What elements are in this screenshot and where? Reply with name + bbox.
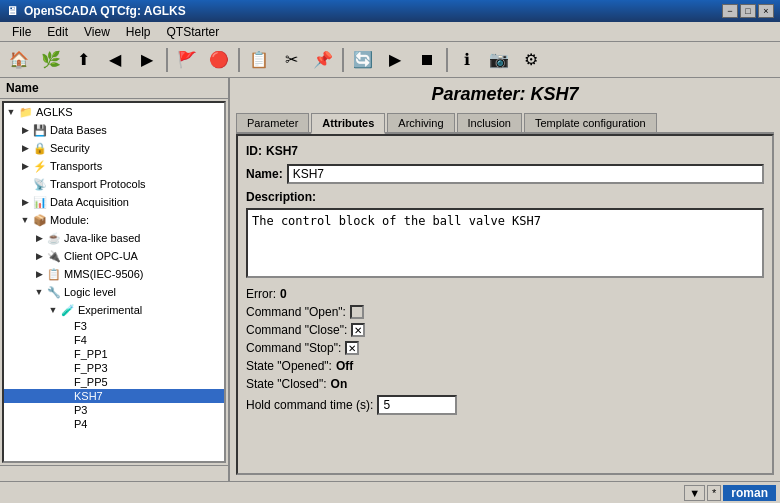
title-bar-controls: − □ × — [722, 4, 774, 18]
cmd-open-checkbox[interactable] — [350, 305, 364, 319]
menu-file[interactable]: File — [4, 23, 39, 41]
sep3 — [342, 48, 344, 72]
tree-item-security[interactable]: ▶🔒Security — [4, 139, 224, 157]
cmd-stop-row: Command "Stop": ✕ — [246, 341, 764, 355]
main-content: Name ▼📁AGLKS▶💾Data Bases▶🔒Security▶⚡Tran… — [0, 78, 780, 481]
error-row: Error: 0 — [246, 287, 764, 301]
tree-item-p3[interactable]: P3 — [4, 403, 224, 417]
cut-icon[interactable]: ✂ — [276, 46, 306, 74]
stop-icon[interactable]: ⏹ — [412, 46, 442, 74]
cmd-stop-checkbox[interactable]: ✕ — [345, 341, 359, 355]
state-opened-label: State "Opened": — [246, 359, 332, 373]
info-icon[interactable]: ℹ — [452, 46, 482, 74]
copy-icon[interactable]: 📋 — [244, 46, 274, 74]
error-value: 0 — [280, 287, 287, 301]
param-title: Parameter: KSH7 — [236, 84, 774, 105]
right-panel: Parameter: KSH7 Parameter Attributes Arc… — [230, 78, 780, 481]
cmd-close-checkbox[interactable]: ✕ — [351, 323, 365, 337]
up-icon[interactable]: ⬆ — [68, 46, 98, 74]
flag-ru-icon[interactable]: 🚩 — [172, 46, 202, 74]
name-label: Name: — [246, 167, 283, 181]
tree-item-transports[interactable]: ▶⚡Transports — [4, 157, 224, 175]
tree-item-logic-level[interactable]: ▼🔧Logic level — [4, 283, 224, 301]
tree-item-databases[interactable]: ▶💾Data Bases — [4, 121, 224, 139]
hold-input[interactable] — [377, 395, 457, 415]
refresh-icon[interactable]: 🔄 — [348, 46, 378, 74]
toolbar: 🏠 🌿 ⬆ ◀ ▶ 🚩 🔴 📋 ✂ 📌 🔄 ▶ ⏹ ℹ 📷 ⚙ — [0, 42, 780, 78]
maximize-button[interactable]: □ — [740, 4, 756, 18]
state-closed-row: State "Closed": On — [246, 377, 764, 391]
tree-item-aglks[interactable]: ▼📁AGLKS — [4, 103, 224, 121]
state-closed-value: On — [331, 377, 348, 391]
flag2-icon[interactable]: 🔴 — [204, 46, 234, 74]
tree-item-transport-protocols[interactable]: 📡Transport Protocols — [4, 175, 224, 193]
name-row: Name: — [246, 164, 764, 184]
play-icon[interactable]: ▶ — [380, 46, 410, 74]
status-bar: ▼ * roman — [0, 481, 780, 503]
star-btn[interactable]: * — [707, 485, 721, 501]
id-label: ID: — [246, 144, 262, 158]
hold-label: Hold command time (s): — [246, 398, 373, 412]
desc-textarea[interactable] — [246, 208, 764, 278]
tab-inclusion[interactable]: Inclusion — [457, 113, 522, 132]
tree-item-data-acquisition[interactable]: ▶📊Data Acquisition — [4, 193, 224, 211]
tree-icon[interactable]: 🌿 — [36, 46, 66, 74]
app-icon: 🖥 — [6, 4, 18, 18]
tab-archiving[interactable]: Archiving — [387, 113, 454, 132]
tree-item-p4[interactable]: P4 — [4, 417, 224, 431]
tab-parameter[interactable]: Parameter — [236, 113, 309, 132]
cmd-open-label: Command "Open": — [246, 305, 346, 319]
tree-item-client-opc[interactable]: ▶🔌Client OPC-UA — [4, 247, 224, 265]
tab-attributes[interactable]: Attributes — [311, 113, 385, 134]
tree-item-f-pp1[interactable]: F_PP1 — [4, 347, 224, 361]
state-opened-value: Off — [336, 359, 353, 373]
cmd-close-row: Command "Close": ✕ — [246, 323, 764, 337]
tab-template-config[interactable]: Template configuration — [524, 113, 657, 132]
tree-item-f-pp3[interactable]: F_PP3 — [4, 361, 224, 375]
menu-bar: File Edit View Help QTStarter — [0, 22, 780, 42]
tree-item-mms[interactable]: ▶📋MMS(IEC-9506) — [4, 265, 224, 283]
tree-item-java-like[interactable]: ▶☕Java-like based — [4, 229, 224, 247]
settings-icon[interactable]: ⚙ — [516, 46, 546, 74]
back-icon[interactable]: ◀ — [100, 46, 130, 74]
window-title: OpenSCADA QTCfg: AGLKS — [24, 4, 186, 18]
hold-row: Hold command time (s): — [246, 395, 764, 415]
user-label: roman — [723, 485, 776, 501]
sep4 — [446, 48, 448, 72]
id-value: KSH7 — [266, 144, 298, 158]
menu-view[interactable]: View — [76, 23, 118, 41]
error-label: Error: — [246, 287, 276, 301]
menu-edit[interactable]: Edit — [39, 23, 76, 41]
left-bottom-scroll — [0, 465, 228, 481]
desc-label: Description: — [246, 190, 764, 204]
cmd-open-row: Command "Open": — [246, 305, 764, 319]
tree-container[interactable]: ▼📁AGLKS▶💾Data Bases▶🔒Security▶⚡Transport… — [2, 101, 226, 463]
name-input[interactable] — [287, 164, 764, 184]
minimize-button[interactable]: − — [722, 4, 738, 18]
cam-icon[interactable]: 📷 — [484, 46, 514, 74]
scroll-down-btn[interactable]: ▼ — [684, 485, 705, 501]
tree-item-f3[interactable]: F3 — [4, 319, 224, 333]
close-button[interactable]: × — [758, 4, 774, 18]
cmd-close-label: Command "Close": — [246, 323, 347, 337]
sep1 — [166, 48, 168, 72]
menu-qtstarter[interactable]: QTStarter — [159, 23, 228, 41]
title-bar-left: 🖥 OpenSCADA QTCfg: AGLKS — [6, 4, 186, 18]
tree-item-ksh7[interactable]: KSH7 — [4, 389, 224, 403]
menu-help[interactable]: Help — [118, 23, 159, 41]
tree-header: Name — [0, 78, 228, 99]
tree-item-experimental[interactable]: ▼🧪Experimental — [4, 301, 224, 319]
sep2 — [238, 48, 240, 72]
paste-icon[interactable]: 📌 — [308, 46, 338, 74]
tabs-container: Parameter Attributes Archiving Inclusion… — [236, 113, 774, 134]
tree-item-module[interactable]: ▼📦Module: — [4, 211, 224, 229]
state-opened-row: State "Opened": Off — [246, 359, 764, 373]
content-area: ID: KSH7 Name: Description: Error: 0 Com… — [236, 134, 774, 475]
home-icon[interactable]: 🏠 — [4, 46, 34, 74]
cmd-stop-label: Command "Stop": — [246, 341, 341, 355]
forward-icon[interactable]: ▶ — [132, 46, 162, 74]
tree-item-f-pp5[interactable]: F_PP5 — [4, 375, 224, 389]
state-closed-label: State "Closed": — [246, 377, 327, 391]
title-bar: 🖥 OpenSCADA QTCfg: AGLKS − □ × — [0, 0, 780, 22]
tree-item-f4[interactable]: F4 — [4, 333, 224, 347]
